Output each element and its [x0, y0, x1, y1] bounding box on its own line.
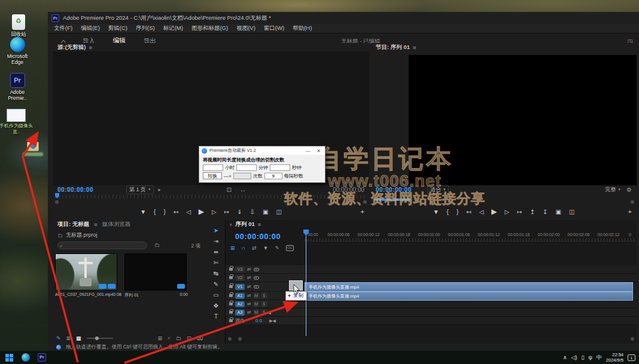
- track-header-a2[interactable]: A2 ⇄ M S: [226, 300, 305, 308]
- new-bin-icon[interactable]: 🗀: [176, 335, 181, 341]
- go-to-in-icon[interactable]: ↤: [174, 209, 178, 215]
- play-icon[interactable]: ▶: [491, 207, 497, 216]
- step-forward-icon[interactable]: ▷: [212, 209, 217, 215]
- lock-icon[interactable]: [229, 276, 233, 279]
- program-add-button-icon[interactable]: +: [628, 208, 632, 215]
- menu-file[interactable]: 文件(F): [54, 25, 72, 32]
- taskbar-premiere-icon[interactable]: Pr: [38, 353, 46, 362]
- keyframe-nav-icon[interactable]: ▶◀: [269, 319, 276, 323]
- timeline-settings-icon[interactable]: ✎: [275, 245, 279, 251]
- sync-lock-icon[interactable]: ⇄: [247, 301, 251, 307]
- go-to-out-icon[interactable]: ↦: [517, 209, 522, 215]
- go-to-out-icon[interactable]: ↦: [224, 209, 229, 215]
- program-timecode[interactable]: 00:00:00:00: [376, 186, 412, 193]
- dialog-titlebar[interactable]: Premiere自动裁剪 V1.2 — ✕: [199, 146, 325, 155]
- lock-icon[interactable]: [229, 319, 233, 322]
- new-item-icon[interactable]: ⊡: [187, 335, 191, 341]
- track-badge[interactable]: V3: [235, 267, 245, 273]
- desktop-icon-edge[interactable]: Microsoft Edge: [0, 37, 35, 65]
- extract-icon[interactable]: ↧: [543, 209, 547, 215]
- mark-out-icon[interactable]: }: [163, 209, 165, 215]
- tray-expand-icon[interactable]: ∧: [563, 354, 567, 360]
- track-badge[interactable]: V1: [235, 284, 245, 290]
- menu-edit[interactable]: 编辑(E): [81, 25, 100, 32]
- linked-selection-icon[interactable]: ⇄: [252, 245, 257, 251]
- program-settings-icon[interactable]: ⚙: [626, 186, 632, 193]
- zoom-slider[interactable]: [87, 338, 113, 339]
- step-forward-icon[interactable]: ▷: [505, 209, 510, 215]
- search-bin-icon[interactable]: 🗀: [154, 242, 160, 248]
- project-file-name[interactable]: 无标题.prproj: [66, 231, 98, 239]
- microphone-icon[interactable]: ψ: [588, 354, 592, 360]
- sync-lock-icon[interactable]: ⇄: [247, 293, 251, 298]
- export-frame-icon[interactable]: ▣: [263, 209, 268, 215]
- window-titlebar[interactable]: Pr Adobe Premiere Pro 2024 - C:\用户\xiaol…: [48, 12, 639, 24]
- add-marker-icon[interactable]: ▼: [433, 209, 439, 215]
- notification-icon[interactable]: 1: [628, 354, 635, 361]
- drag-video-icon[interactable]: ⊡: [227, 186, 232, 193]
- lock-icon[interactable]: [229, 302, 233, 305]
- track-lane-mix[interactable]: [305, 317, 637, 325]
- source-add-button-icon[interactable]: +: [361, 208, 364, 215]
- convert-button[interactable]: 转换: [203, 172, 222, 179]
- comparison-view-icon[interactable]: ◫: [569, 209, 574, 215]
- lock-icon[interactable]: [229, 285, 233, 288]
- export-frame-icon[interactable]: ▣: [555, 209, 561, 215]
- media-browser-tab[interactable]: 媒体浏览器: [102, 221, 131, 228]
- eye-icon[interactable]: [254, 285, 259, 289]
- ime-indicator[interactable]: 中: [597, 354, 602, 362]
- menu-clip[interactable]: 剪辑(C): [108, 25, 127, 32]
- display-icon[interactable]: ▯: [581, 354, 584, 360]
- menu-view[interactable]: 视图(V): [236, 25, 255, 32]
- play-icon[interactable]: ▶: [199, 207, 204, 216]
- mix-level-value[interactable]: 0.0: [255, 318, 262, 323]
- source-monitor-tab[interactable]: 源:(无剪辑): [57, 44, 86, 51]
- drag-audio-icon[interactable]: ↔: [240, 186, 246, 193]
- minimize-icon[interactable]: —: [304, 148, 312, 154]
- count-result-input[interactable]: [233, 173, 251, 179]
- source-play-indicator-icon[interactable]: ▸: [159, 187, 161, 192]
- timeline-scrollbar[interactable]: [228, 337, 634, 340]
- taskbar-clock[interactable]: 22:54 2024/9/5: [606, 352, 623, 363]
- find-icon[interactable]: ⌕: [168, 335, 171, 341]
- project-item-clip[interactable]: A001_C037_0921FG_001.mp4 0:08: [55, 253, 118, 296]
- solo-button[interactable]: S: [261, 293, 267, 298]
- marker-icon[interactable]: ▼: [263, 245, 269, 251]
- pen-tool-icon[interactable]: ✎: [214, 281, 218, 287]
- track-lane-a2[interactable]: [305, 300, 637, 308]
- mark-out-icon[interactable]: }: [457, 209, 458, 215]
- go-to-in-icon[interactable]: ↤: [466, 209, 471, 215]
- clip-name[interactable]: A001_C037_0921FG_001.mp4: [55, 292, 113, 296]
- source-mini-ruler[interactable]: [55, 195, 367, 198]
- track-header-v3[interactable]: V3 ⇄: [226, 265, 305, 274]
- taskbar-edge-icon[interactable]: [22, 353, 30, 362]
- desktop-icon-video-file[interactable]: 手机作为摄像头直..: [0, 109, 34, 134]
- solo-button[interactable]: S: [261, 301, 267, 307]
- mark-in-icon[interactable]: {: [154, 209, 156, 215]
- source-panel-menu-icon[interactable]: ≡: [89, 44, 93, 51]
- track-select-tool-icon[interactable]: ⇥: [214, 238, 218, 244]
- audio-clip[interactable]: 手机作为摄像头直播.mp4: [305, 292, 633, 301]
- snap-icon[interactable]: ∩: [242, 245, 245, 251]
- mute-button[interactable]: M: [254, 293, 259, 298]
- add-marker-icon[interactable]: ▼: [140, 209, 146, 215]
- type-tool-icon[interactable]: T: [214, 313, 218, 320]
- timeline-panel-menu-icon[interactable]: ≡: [258, 221, 261, 228]
- step-back-icon[interactable]: ◁: [186, 209, 191, 215]
- step-back-icon[interactable]: ◁: [479, 209, 484, 215]
- program-zoom-bar[interactable]: [371, 200, 637, 204]
- project-tab[interactable]: 项目: 无标题: [57, 221, 89, 228]
- source-page-select[interactable]: 第 1 页▾: [126, 185, 154, 194]
- rectangle-tool-icon[interactable]: ▭: [213, 292, 218, 298]
- lock-icon[interactable]: [229, 294, 233, 297]
- automate-sequence-icon[interactable]: ⊞: [157, 335, 162, 341]
- video-clip[interactable]: 手机作为摄像头直播.mp4: [305, 282, 633, 292]
- timeline-playhead[interactable]: [306, 231, 306, 336]
- track-badge[interactable]: A1: [235, 293, 245, 299]
- track-badge[interactable]: A2: [235, 301, 245, 307]
- clear-icon[interactable]: ⌧: [197, 335, 203, 341]
- track-badge[interactable]: V2: [235, 275, 245, 281]
- start-button[interactable]: [5, 354, 13, 362]
- slip-tool-icon[interactable]: ↹: [214, 270, 218, 277]
- mute-button[interactable]: M: [254, 301, 259, 307]
